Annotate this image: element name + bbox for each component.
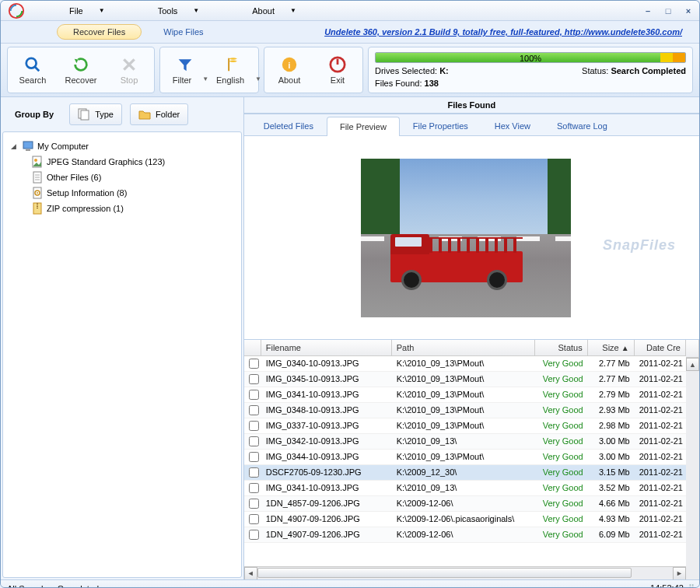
filter-icon: [176, 55, 194, 74]
computer-icon: [22, 140, 34, 152]
tab-hex-view[interactable]: Hex View: [481, 116, 544, 135]
grid-body[interactable]: IMG_0340-10-0913.JPGK:\2010_09_13\PMout\…: [244, 356, 686, 566]
cell-path: K:\2010_09_13\PMout\: [392, 356, 535, 371]
col-date[interactable]: Date Cre: [635, 340, 686, 355]
cell-status: Very Good: [535, 372, 588, 387]
file-tree[interactable]: ◢ My Computer JPEG Standard Graphics (12…: [2, 131, 242, 578]
cell-size: 2.98 Mb: [588, 418, 635, 433]
tree-root[interactable]: ◢ My Computer: [6, 138, 238, 154]
scroll-thumb[interactable]: [257, 568, 632, 578]
stop-button: Stop: [106, 49, 152, 91]
groupby-label: Group By: [15, 110, 54, 119]
row-checkbox[interactable]: [249, 421, 259, 431]
close-button[interactable]: ×: [682, 5, 695, 16]
tab-file-preview[interactable]: File Preview: [327, 117, 400, 136]
status-label: Status:: [582, 66, 608, 75]
collapse-icon[interactable]: ◢: [11, 142, 19, 150]
col-status[interactable]: Status: [535, 340, 588, 355]
row-checkbox[interactable]: [249, 530, 259, 540]
row-checkbox[interactable]: [249, 467, 259, 478]
svg-point-22: [37, 192, 38, 194]
cell-path: K:\2010_09_13\PMout\: [392, 418, 535, 433]
language-button[interactable]: English▼: [210, 49, 257, 91]
row-checkbox[interactable]: [249, 452, 259, 462]
row-checkbox[interactable]: [249, 374, 259, 384]
cell-date: 2011-02-21: [635, 496, 686, 511]
chevron-down-icon: ▼: [202, 75, 208, 82]
recover-button[interactable]: Recover: [58, 49, 104, 91]
row-checkbox[interactable]: [249, 514, 259, 524]
cell-filename: IMG_0348-10-0913.JPG: [261, 403, 392, 418]
top-tab-recover[interactable]: Recover Files: [57, 24, 142, 40]
row-checkbox[interactable]: [249, 390, 259, 400]
scroll-right-button[interactable]: ►: [673, 567, 686, 580]
cell-date: 2011-02-21: [635, 356, 686, 371]
tree-item[interactable]: Setup Information (8): [6, 185, 238, 201]
exit-button[interactable]: Exit: [314, 49, 361, 91]
svg-text:i: i: [289, 61, 291, 70]
tab-file-properties[interactable]: File Properties: [400, 116, 481, 135]
table-row[interactable]: IMG_0340-10-0913.JPGK:\2010_09_13\PMout\…: [244, 356, 686, 372]
table-row[interactable]: DSCF2705-09-1230.JPGK:\2009_12_30\Very G…: [244, 465, 686, 481]
table-row[interactable]: IMG_0348-10-0913.JPGK:\2010_09_13\PMout\…: [244, 403, 686, 418]
horizontal-scrollbar[interactable]: ◄ ►: [244, 566, 686, 579]
filter-button[interactable]: Filter▼: [162, 49, 208, 91]
row-checkbox[interactable]: [249, 405, 259, 415]
statusbar-message: All Searches Completed: [7, 584, 99, 589]
menu-file[interactable]: File▼: [66, 5, 108, 17]
resize-grip[interactable]: ⣿: [688, 583, 693, 588]
groupby-type-button[interactable]: Type: [69, 103, 122, 125]
scroll-left-button[interactable]: ◄: [244, 567, 257, 580]
col-size[interactable]: Size ▲: [588, 340, 635, 355]
menu-about[interactable]: About▼: [249, 5, 299, 17]
table-row[interactable]: IMG_0345-10-0913.JPGK:\2010_09_13\PMout\…: [244, 372, 686, 387]
table-row[interactable]: IMG_0344-10-0913.JPGK:\2010_09_13\PMout\…: [244, 450, 686, 465]
file-preview-pane: SnapFiles: [244, 136, 699, 340]
groupby-folder-button[interactable]: Folder: [130, 103, 188, 125]
chevron-down-icon: ▼: [193, 7, 199, 14]
row-checkbox[interactable]: [249, 499, 259, 509]
tree-item[interactable]: Other Files (6): [6, 170, 238, 185]
app-link[interactable]: Undelete 360, version 2.1 Build 9, total…: [226, 27, 690, 37]
cell-status: Very Good: [535, 527, 588, 542]
table-row[interactable]: IMG_0341-10-0913.JPGK:\2010_09_13\PMout\…: [244, 387, 686, 403]
table-row[interactable]: 1DN_4907-09-1206.JPGK:\2009-12-06\.picas…: [244, 512, 686, 527]
exit-label: Exit: [331, 75, 345, 85]
top-tab-wipe[interactable]: Wipe Files: [148, 25, 219, 39]
svg-line-2: [35, 67, 40, 72]
maximize-button[interactable]: □: [662, 5, 674, 16]
tree-item[interactable]: JPEG Standard Graphics (123): [6, 154, 238, 170]
about-button[interactable]: iAbout: [266, 49, 313, 91]
cell-size: 2.79 Mb: [588, 387, 635, 402]
cell-filename: IMG_0340-10-0913.JPG: [261, 356, 392, 371]
table-row[interactable]: IMG_0337-10-0913.JPGK:\2010_09_13\PMout\…: [244, 418, 686, 434]
row-checkbox[interactable]: [249, 359, 259, 369]
col-filename[interactable]: Filename: [261, 340, 392, 355]
row-checkbox[interactable]: [249, 483, 259, 493]
cell-status: Very Good: [535, 387, 588, 402]
cell-size: 4.93 Mb: [588, 512, 635, 527]
tab-software-log[interactable]: Software Log: [544, 116, 621, 135]
recover-icon: [72, 55, 90, 74]
vertical-scrollbar[interactable]: ▲: [686, 340, 699, 579]
tab-deleted-files[interactable]: Deleted Files: [250, 116, 327, 135]
scroll-up-button[interactable]: ▲: [686, 358, 699, 371]
table-row[interactable]: 1DN_4857-09-1206.JPGK:\2009-12-06\Very G…: [244, 496, 686, 512]
table-row[interactable]: IMG_0342-10-0913.JPGK:\2010_09_13\Very G…: [244, 434, 686, 450]
file-grid: Filename Path Status Size ▲ Date Cre IMG…: [244, 340, 699, 579]
table-row[interactable]: IMG_0341-10-0913.JPGK:\2010_09_13\Very G…: [244, 481, 686, 496]
cell-size: 2.77 Mb: [588, 356, 635, 371]
row-checkbox[interactable]: [249, 436, 259, 446]
col-checkbox[interactable]: [244, 340, 261, 355]
minimize-button[interactable]: –: [642, 5, 654, 16]
col-path[interactable]: Path: [392, 340, 535, 355]
table-row[interactable]: 1DN_4907-09-1206.JPGK:\2009-12-06\Very G…: [244, 527, 686, 543]
search-button[interactable]: Search: [9, 49, 56, 91]
cell-size: 4.66 Mb: [588, 496, 635, 511]
cell-date: 2011-02-21: [635, 418, 686, 433]
tree-item[interactable]: ZIP compression (1): [6, 201, 238, 216]
search-label: Search: [19, 75, 47, 85]
progress-label: 100%: [376, 53, 685, 63]
tree-item-label: JPEG Standard Graphics (123): [47, 157, 165, 166]
menu-tools[interactable]: Tools▼: [155, 5, 203, 17]
